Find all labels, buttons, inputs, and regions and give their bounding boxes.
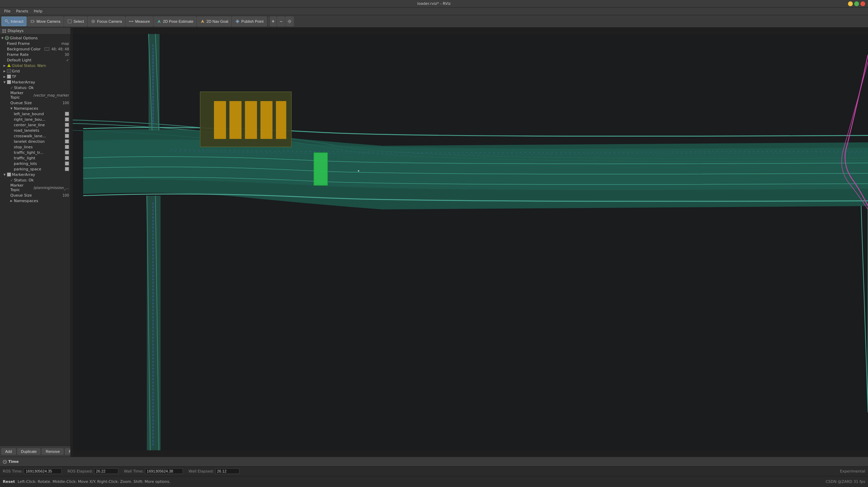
- namespaces-2-arrow: ▶: [10, 199, 12, 202]
- reset-label: Reset: [3, 479, 15, 484]
- default-light-row[interactable]: Default Light ✓: [0, 57, 70, 63]
- ns-center-lane-line-check[interactable]: [65, 123, 69, 127]
- rename-button[interactable]: Rename: [65, 448, 71, 455]
- queue-size-1-row[interactable]: Queue Size 100: [0, 100, 70, 106]
- ns-right-lane-bou-check[interactable]: [65, 117, 69, 121]
- ns-lanelet-direction-check[interactable]: [65, 139, 69, 143]
- ns-traffic-light-check[interactable]: [65, 156, 69, 160]
- marker-topic-2-value: /planning/mission_...: [33, 186, 69, 190]
- default-light-value: ✓: [66, 58, 69, 62]
- global-options-arrow: ▼: [1, 37, 3, 40]
- ns-parking-lots-check[interactable]: [65, 161, 69, 166]
- focus-camera-button[interactable]: Focus Camera: [88, 17, 125, 26]
- marker-topic-2-row[interactable]: Marker Topic /planning/mission_...: [0, 183, 70, 192]
- menu-help[interactable]: Help: [31, 8, 45, 14]
- toolbar-plus-button[interactable]: +: [270, 17, 276, 26]
- ros-elapsed-input[interactable]: [94, 468, 118, 474]
- svg-rect-18: [2, 31, 4, 33]
- pose-estimate-button[interactable]: 2D Pose Estimate: [154, 17, 196, 26]
- global-options-row[interactable]: ▼ Global Options: [0, 35, 70, 41]
- ns-left-lane-bound[interactable]: left_lane_bound: [0, 111, 70, 117]
- duplicate-button[interactable]: Duplicate: [17, 448, 41, 455]
- wall-time-input[interactable]: [145, 468, 183, 474]
- select-button[interactable]: Select: [64, 17, 87, 26]
- ns-crosswalk-lane-check[interactable]: [65, 134, 69, 138]
- grid-checkbox[interactable]: [7, 69, 11, 73]
- ns-crosswalk-lane[interactable]: crosswalk_lane...: [0, 133, 70, 139]
- ns-parking-lots[interactable]: parking_lots: [0, 161, 70, 166]
- clock-icon: [3, 460, 7, 464]
- ns-traffic-light[interactable]: traffic_light: [0, 155, 70, 161]
- experimental-badge: Experimental: [840, 469, 865, 474]
- ros-elapsed-field: ROS Elapsed:: [67, 468, 118, 474]
- marker-array-2-checkbox[interactable]: [7, 172, 11, 177]
- marker-topic-1-row[interactable]: Marker Topic /vector_map_marker: [0, 90, 70, 100]
- marker-array-1-label: MarkerArray: [12, 80, 69, 85]
- default-light-label: Default Light: [7, 58, 64, 62]
- svg-point-15: [289, 20, 291, 22]
- measure-button[interactable]: Measure: [126, 17, 153, 26]
- panel-icon: [2, 29, 6, 33]
- background-color-value: 48; 48; 48: [51, 47, 69, 51]
- marker-array-1-status: ✓ Status: Ok: [0, 85, 70, 90]
- viewport[interactable]: [73, 28, 868, 457]
- background-color-row[interactable]: Background Color 48; 48; 48: [0, 46, 70, 52]
- grid-row[interactable]: ▶ Grid: [0, 68, 70, 74]
- wall-elapsed-input[interactable]: [215, 468, 240, 474]
- queue-size-2-value: 100: [62, 193, 69, 197]
- svg-rect-36: [230, 101, 242, 139]
- menu-panels[interactable]: Panels: [13, 8, 31, 14]
- ns-road-lanelets-check[interactable]: [65, 128, 69, 132]
- titlebar-controls[interactable]: [848, 1, 865, 6]
- global-status-label: Global Status: Warn: [12, 64, 69, 68]
- tf-checkbox[interactable]: [7, 74, 11, 79]
- namespaces-2-row[interactable]: ▶ Namespaces: [0, 198, 70, 203]
- namespaces-2-label: Namespaces: [14, 199, 69, 203]
- ns-parking-space[interactable]: parking_space: [0, 166, 70, 172]
- maximize-button[interactable]: [854, 1, 859, 6]
- namespaces-1-row[interactable]: ▼ Namespaces: [0, 106, 70, 111]
- ros-time-label: ROS Time:: [3, 469, 22, 474]
- marker-topic-1-label: Marker Topic: [10, 91, 31, 100]
- marker-array-1-checkbox[interactable]: [7, 80, 11, 84]
- queue-size-1-value: 100: [62, 101, 69, 105]
- bottom-right-label: CSDN @ZARD 31 fps: [826, 479, 865, 484]
- ns-parking-space-check[interactable]: [65, 167, 69, 171]
- ns-lanelet-direction[interactable]: lanelet direction: [0, 139, 70, 144]
- road-visualization: [73, 28, 868, 457]
- svg-line-1: [7, 22, 9, 23]
- tf-row[interactable]: ▶ TF: [0, 74, 70, 79]
- time-panel: Time: [0, 457, 868, 466]
- ns-traffic-light-tr-check[interactable]: [65, 150, 69, 155]
- add-button[interactable]: Add: [1, 448, 16, 455]
- ns-stop-lines-check[interactable]: [65, 145, 69, 149]
- toolbar-minus-button[interactable]: −: [277, 17, 285, 26]
- global-status-row[interactable]: ▶ ! Global Status: Warn: [0, 63, 70, 68]
- ros-time-input[interactable]: [24, 468, 62, 474]
- svg-rect-38: [261, 101, 273, 139]
- ns-traffic-light-tr[interactable]: traffic_light_tr...: [0, 150, 70, 155]
- interact-button[interactable]: Interact: [1, 17, 27, 26]
- background-color-swatch[interactable]: [45, 47, 49, 51]
- publish-point-button[interactable]: Publish Point: [232, 17, 266, 26]
- marker-array-1-row[interactable]: ▼ MarkerArray: [0, 79, 70, 85]
- ns-left-lane-bound-check[interactable]: [65, 112, 69, 116]
- close-button[interactable]: [860, 1, 865, 6]
- main-layout: Displays ▼ Global Options Fixed Frame ma…: [0, 28, 868, 457]
- toolbar-settings-button[interactable]: [285, 17, 294, 26]
- ns-road-lanelets[interactable]: road_lanelets: [0, 128, 70, 133]
- move-camera-button[interactable]: Move Camera: [27, 17, 64, 26]
- frame-rate-row[interactable]: Frame Rate 30: [0, 52, 70, 57]
- menu-file[interactable]: File: [1, 8, 13, 14]
- minimize-button[interactable]: [848, 1, 853, 6]
- displays-tree: ▼ Global Options Fixed Frame map Backgro…: [0, 34, 70, 446]
- ns-right-lane-bou[interactable]: right_lane_bou...: [0, 117, 70, 122]
- marker-array-2-row[interactable]: ▼ MarkerArray: [0, 172, 70, 177]
- fixed-frame-row[interactable]: Fixed Frame map: [0, 41, 70, 46]
- queue-size-2-row[interactable]: Queue Size 100: [0, 192, 70, 198]
- remove-button[interactable]: Remove: [42, 448, 64, 455]
- ns-stop-lines[interactable]: stop_lines: [0, 144, 70, 150]
- nav-goal-button[interactable]: 2D Nav Goal: [197, 17, 231, 26]
- ns-center-lane-line[interactable]: center_lane_line: [0, 122, 70, 128]
- svg-text:!: !: [9, 64, 10, 67]
